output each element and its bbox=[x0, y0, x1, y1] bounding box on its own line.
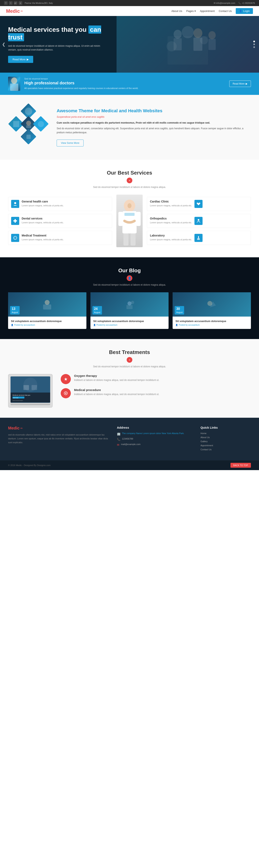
svg-rect-7 bbox=[194, 38, 202, 51]
svg-point-31 bbox=[198, 219, 199, 221]
service-card-orthopedics: Orthopedics Lorem ipsum magna, vehicula … bbox=[147, 214, 251, 228]
user-icon: 👤 bbox=[11, 324, 13, 326]
service-card-general-text: General health care Lorem ipsum magna, v… bbox=[22, 200, 64, 207]
social-icons: f t g+ p bbox=[4, 1, 22, 5]
oxygen-content: Oxygen therapy Indidunt ut labore et dol… bbox=[74, 374, 159, 382]
login-icon: 👤 bbox=[239, 9, 242, 12]
service-card-dental: Dental services Lorem ipsum magna, vehic… bbox=[8, 214, 112, 228]
svg-text:can trust: can trust bbox=[13, 397, 18, 399]
hero-content: Medical services that you can trust sed … bbox=[8, 26, 109, 63]
diamond-empty-4 bbox=[33, 129, 49, 145]
back-to-top-button[interactable]: BACK TO TOP bbox=[230, 463, 251, 468]
oxygen-title: Oxygen therapy bbox=[74, 374, 159, 377]
doctors-banner: Sed do eiusmod tempor High professional … bbox=[0, 73, 259, 95]
svg-rect-32 bbox=[198, 236, 199, 238]
doctors-banner-cta-button[interactable]: Read More ▶ bbox=[229, 81, 251, 87]
svg-point-6 bbox=[194, 28, 202, 38]
general-health-title: General health care bbox=[22, 200, 64, 203]
nav-appointment[interactable]: Appointment bbox=[200, 9, 215, 12]
dental-icon bbox=[11, 217, 19, 225]
svg-rect-11 bbox=[10, 84, 18, 91]
services-center-doctor bbox=[115, 195, 144, 247]
facebook-icon[interactable]: f bbox=[4, 1, 8, 5]
google-icon[interactable]: g+ bbox=[14, 1, 18, 5]
footer-bottom: © 2016 Medic - Designed By Designio.com … bbox=[0, 460, 259, 470]
services-col-left: General health care Lorem ipsum magna, v… bbox=[8, 197, 112, 245]
svg-point-33 bbox=[45, 300, 50, 305]
laboratory-desc: Lorem ipsum magna, vehicula ut porta etc… bbox=[150, 238, 192, 241]
hero-visual bbox=[117, 16, 259, 73]
svg-rect-17 bbox=[26, 134, 31, 139]
svg-rect-36 bbox=[126, 305, 133, 309]
hero-image bbox=[117, 16, 259, 73]
footer-logo-text: Medic bbox=[8, 426, 20, 430]
hero-dot-2[interactable] bbox=[253, 43, 255, 45]
services-divider: + bbox=[8, 178, 251, 183]
services-divider-icon: + bbox=[127, 178, 132, 183]
hero-dot-1[interactable] bbox=[253, 41, 255, 42]
svg-point-12 bbox=[25, 107, 32, 115]
footer-link-contact[interactable]: Contact Us bbox=[201, 448, 251, 451]
dental-desc: Lorem ipsum magna, vehicula ut porta etc… bbox=[22, 221, 64, 224]
logo[interactable]: Medic ✏ bbox=[6, 8, 23, 14]
svg-rect-29 bbox=[123, 234, 128, 246]
blog-section: Our Blog 👤 Sed do eiusmod tempor incidid… bbox=[0, 257, 259, 339]
hero-prev-button[interactable]: ❮ bbox=[2, 42, 5, 47]
user-icon-2: 👤 bbox=[93, 324, 96, 326]
svg-rect-13 bbox=[13, 121, 19, 127]
hero-dots bbox=[253, 41, 255, 48]
nav-about[interactable]: About Us bbox=[171, 9, 182, 12]
blog-date-3: 30 August bbox=[175, 306, 184, 315]
blog-card-title-1: Sit voluptatem accusantium doloremque bbox=[11, 319, 84, 323]
svg-point-16 bbox=[38, 121, 44, 127]
footer-link-gallery[interactable]: Gallery bbox=[201, 440, 251, 443]
svg-rect-34 bbox=[43, 304, 51, 309]
phone-footer-icon: 📞 bbox=[117, 438, 120, 441]
services-col-right: Cardiac Clinic Lorem ipsum magna, vehicu… bbox=[147, 197, 251, 245]
blog-card-body-1: Sit voluptatem accusantium doloremque 👤 … bbox=[8, 317, 86, 329]
footer-link-home[interactable]: Home bbox=[201, 432, 251, 435]
treatments-title: Best Treatments bbox=[8, 349, 251, 355]
cardiac-title: Cardiac Clinic bbox=[150, 200, 192, 203]
blog-card-2: 24 August Sit voluptatem accusantium dol… bbox=[90, 292, 169, 329]
theme-title: Awesome Theme for Medical and Health Web… bbox=[57, 108, 251, 114]
footer-links-col: Quick Links Home About Us Gallery Appoin… bbox=[201, 426, 251, 452]
oxygen-text: Indidunt ut labore et dolore magna aliqu… bbox=[74, 378, 159, 382]
svg-rect-20 bbox=[13, 220, 17, 221]
hero-cta-button[interactable]: Read More ▶ bbox=[8, 56, 33, 63]
svg-rect-15 bbox=[26, 125, 31, 128]
footer-link-appointment[interactable]: Appointment bbox=[201, 444, 251, 447]
svg-rect-43 bbox=[24, 385, 29, 390]
blog-cards: 13 August Sit voluptatem accusantium dol… bbox=[8, 292, 251, 329]
blog-card-title-2: Sit voluptatem accusantium doloremque bbox=[93, 319, 166, 323]
footer: Medic ✏ sed do eiusmodo ullamco laboris … bbox=[0, 418, 259, 460]
user-icon-3: 👤 bbox=[175, 324, 178, 326]
diamond-row-2 bbox=[10, 118, 47, 130]
general-health-desc: Lorem ipsum magna, vehicula ut porta etc… bbox=[22, 204, 64, 207]
nav-contact[interactable]: Contact Us bbox=[219, 9, 232, 12]
theme-content: Awesome Theme for Medical and Health Web… bbox=[57, 108, 251, 147]
logo-text: Medic bbox=[6, 8, 20, 14]
svg-rect-28 bbox=[136, 212, 141, 226]
treatments-divider: + bbox=[8, 357, 251, 363]
procedure-content: Medical procedure Indidunt ut labore et … bbox=[74, 388, 159, 396]
blog-card-1: 13 August Sit voluptatem accusantium dol… bbox=[8, 292, 86, 329]
nav-pages[interactable]: Pages ▾ bbox=[186, 9, 196, 12]
login-button[interactable]: 👤 Login bbox=[236, 8, 253, 14]
hero-dot-3[interactable] bbox=[253, 46, 255, 48]
svg-point-26 bbox=[127, 203, 132, 208]
footer-about-col: Medic ✏ sed do eiusmodo ullamco laboris … bbox=[8, 426, 109, 452]
top-bar: f t g+ p Parma Via Modena,BO, Italy ✉ in… bbox=[0, 0, 259, 6]
twitter-icon[interactable]: t bbox=[9, 1, 12, 5]
email-icon: ✉ bbox=[214, 2, 216, 4]
blog-card-author-2: 👤 Posted by accusantium bbox=[93, 324, 166, 326]
pinterest-icon[interactable]: p bbox=[19, 1, 22, 5]
service-card-dental-text: Dental services Lorem ipsum magna, vehic… bbox=[22, 217, 64, 224]
footer-link-about[interactable]: About Us bbox=[201, 436, 251, 439]
svg-point-18 bbox=[14, 202, 16, 204]
theme-cta-button[interactable]: View Some More bbox=[57, 140, 84, 147]
top-bar-right: ✉ info@example.com 📞 +1 00263676 bbox=[214, 2, 255, 4]
svg-text:⚕: ⚕ bbox=[15, 237, 16, 239]
svg-rect-45 bbox=[32, 385, 37, 390]
phone-icon: 📞 bbox=[238, 2, 242, 4]
